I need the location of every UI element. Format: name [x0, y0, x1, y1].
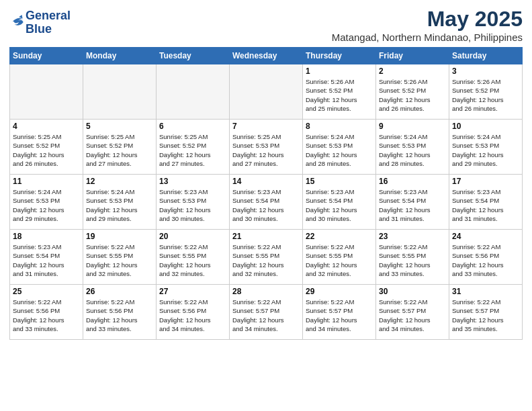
day-cell: 21Sunrise: 5:22 AM Sunset: 5:55 PM Dayli… [230, 230, 303, 285]
day-number: 31 [452, 287, 519, 296]
day-number: 21 [232, 232, 300, 241]
day-info: Sunrise: 5:25 AM Sunset: 5:52 PM Dayligh… [159, 132, 226, 168]
day-cell: 7Sunrise: 5:25 AM Sunset: 5:53 PM Daylig… [230, 120, 303, 175]
day-info: Sunrise: 5:22 AM Sunset: 5:57 PM Dayligh… [379, 298, 446, 333]
day-cell: 4Sunrise: 5:25 AM Sunset: 5:52 PM Daylig… [10, 120, 83, 175]
day-info: Sunrise: 5:22 AM Sunset: 5:55 PM Dayligh… [306, 242, 373, 278]
day-header-friday: Friday [376, 48, 449, 64]
day-number: 5 [86, 122, 153, 131]
day-cell: 3Sunrise: 5:26 AM Sunset: 5:52 PM Daylig… [449, 64, 523, 120]
day-info: Sunrise: 5:25 AM Sunset: 5:52 PM Dayligh… [86, 132, 153, 168]
day-info: Sunrise: 5:26 AM Sunset: 5:52 PM Dayligh… [379, 77, 446, 113]
day-number: 8 [306, 122, 373, 131]
day-number: 19 [86, 232, 153, 241]
day-cell: 13Sunrise: 5:23 AM Sunset: 5:53 PM Dayli… [157, 175, 230, 230]
day-cell: 14Sunrise: 5:23 AM Sunset: 5:54 PM Dayli… [230, 175, 303, 230]
title-area: May 2025 Matangad, Northern Mindanao, Ph… [332, 7, 523, 43]
logo-text: General Blue [26, 9, 71, 36]
day-info: Sunrise: 5:22 AM Sunset: 5:56 PM Dayligh… [86, 298, 153, 333]
day-cell [230, 64, 303, 120]
day-number: 28 [232, 287, 300, 296]
day-info: Sunrise: 5:22 AM Sunset: 5:56 PM Dayligh… [452, 242, 519, 278]
day-number: 25 [13, 287, 80, 296]
day-cell: 29Sunrise: 5:22 AM Sunset: 5:57 PM Dayli… [303, 285, 376, 340]
day-header-monday: Monday [83, 48, 157, 64]
day-cell [83, 64, 157, 120]
day-cell: 5Sunrise: 5:25 AM Sunset: 5:52 PM Daylig… [83, 120, 157, 175]
day-number: 3 [452, 66, 519, 76]
day-number: 13 [159, 177, 226, 186]
day-number: 26 [86, 287, 153, 296]
week-row-4: 18Sunrise: 5:23 AM Sunset: 5:54 PM Dayli… [10, 230, 523, 285]
day-header-wednesday: Wednesday [230, 48, 303, 64]
day-number: 30 [379, 287, 446, 296]
week-row-3: 11Sunrise: 5:24 AM Sunset: 5:53 PM Dayli… [10, 175, 523, 230]
day-cell: 24Sunrise: 5:22 AM Sunset: 5:56 PM Dayli… [449, 230, 523, 285]
day-header-saturday: Saturday [449, 48, 523, 64]
day-cell: 19Sunrise: 5:22 AM Sunset: 5:55 PM Dayli… [83, 230, 157, 285]
day-cell: 18Sunrise: 5:23 AM Sunset: 5:54 PM Dayli… [10, 230, 83, 285]
day-info: Sunrise: 5:22 AM Sunset: 5:55 PM Dayligh… [379, 242, 446, 278]
day-cell: 17Sunrise: 5:23 AM Sunset: 5:54 PM Dayli… [449, 175, 523, 230]
day-number: 22 [306, 232, 373, 241]
header-row: SundayMondayTuesdayWednesdayThursdayFrid… [10, 48, 523, 64]
day-cell: 16Sunrise: 5:23 AM Sunset: 5:54 PM Dayli… [376, 175, 449, 230]
day-info: Sunrise: 5:26 AM Sunset: 5:52 PM Dayligh… [452, 77, 519, 113]
day-number: 11 [13, 177, 80, 186]
day-cell: 2Sunrise: 5:26 AM Sunset: 5:52 PM Daylig… [376, 64, 449, 120]
day-number: 1 [306, 66, 373, 76]
calendar-body: 1Sunrise: 5:26 AM Sunset: 5:52 PM Daylig… [10, 64, 523, 340]
day-number: 7 [232, 122, 300, 131]
day-number: 4 [13, 122, 80, 131]
main-title: May 2025 [332, 7, 523, 32]
week-row-1: 1Sunrise: 5:26 AM Sunset: 5:52 PM Daylig… [10, 64, 523, 120]
day-number: 20 [159, 232, 226, 241]
day-info: Sunrise: 5:24 AM Sunset: 5:53 PM Dayligh… [86, 187, 153, 223]
day-number: 24 [452, 232, 519, 241]
day-header-sunday: Sunday [10, 48, 83, 64]
day-cell: 30Sunrise: 5:22 AM Sunset: 5:57 PM Dayli… [376, 285, 449, 340]
day-cell: 6Sunrise: 5:25 AM Sunset: 5:52 PM Daylig… [157, 120, 230, 175]
day-info: Sunrise: 5:22 AM Sunset: 5:55 PM Dayligh… [86, 242, 153, 278]
day-cell: 26Sunrise: 5:22 AM Sunset: 5:56 PM Dayli… [83, 285, 157, 340]
logo-icon [11, 14, 26, 29]
day-info: Sunrise: 5:24 AM Sunset: 5:53 PM Dayligh… [452, 132, 519, 168]
day-number: 29 [306, 287, 373, 296]
day-info: Sunrise: 5:22 AM Sunset: 5:57 PM Dayligh… [232, 298, 300, 333]
day-info: Sunrise: 5:23 AM Sunset: 5:54 PM Dayligh… [232, 187, 300, 223]
day-cell: 25Sunrise: 5:22 AM Sunset: 5:56 PM Dayli… [10, 285, 83, 340]
day-info: Sunrise: 5:22 AM Sunset: 5:55 PM Dayligh… [232, 242, 300, 278]
day-info: Sunrise: 5:22 AM Sunset: 5:56 PM Dayligh… [159, 298, 226, 333]
week-row-5: 25Sunrise: 5:22 AM Sunset: 5:56 PM Dayli… [10, 285, 523, 340]
day-info: Sunrise: 5:25 AM Sunset: 5:52 PM Dayligh… [13, 132, 80, 168]
day-number: 17 [452, 177, 519, 186]
calendar-table: SundayMondayTuesdayWednesdayThursdayFrid… [9, 47, 523, 340]
day-cell: 9Sunrise: 5:24 AM Sunset: 5:53 PM Daylig… [376, 120, 449, 175]
day-info: Sunrise: 5:22 AM Sunset: 5:55 PM Dayligh… [159, 242, 226, 278]
day-number: 6 [159, 122, 226, 131]
day-cell: 27Sunrise: 5:22 AM Sunset: 5:56 PM Dayli… [157, 285, 230, 340]
day-cell: 10Sunrise: 5:24 AM Sunset: 5:53 PM Dayli… [449, 120, 523, 175]
day-info: Sunrise: 5:23 AM Sunset: 5:54 PM Dayligh… [379, 187, 446, 223]
day-info: Sunrise: 5:23 AM Sunset: 5:54 PM Dayligh… [13, 242, 80, 278]
day-cell: 22Sunrise: 5:22 AM Sunset: 5:55 PM Dayli… [303, 230, 376, 285]
day-number: 18 [13, 232, 80, 241]
week-row-2: 4Sunrise: 5:25 AM Sunset: 5:52 PM Daylig… [10, 120, 523, 175]
day-info: Sunrise: 5:24 AM Sunset: 5:53 PM Dayligh… [13, 187, 80, 223]
day-cell: 15Sunrise: 5:23 AM Sunset: 5:54 PM Dayli… [303, 175, 376, 230]
header: General Blue May 2025 Matangad, Northern… [9, 7, 523, 43]
day-info: Sunrise: 5:22 AM Sunset: 5:57 PM Dayligh… [452, 298, 519, 333]
day-cell: 12Sunrise: 5:24 AM Sunset: 5:53 PM Dayli… [83, 175, 157, 230]
day-number: 27 [159, 287, 226, 296]
day-cell [10, 64, 83, 120]
day-cell: 1Sunrise: 5:26 AM Sunset: 5:52 PM Daylig… [303, 64, 376, 120]
day-header-thursday: Thursday [303, 48, 376, 64]
day-cell: 23Sunrise: 5:22 AM Sunset: 5:55 PM Dayli… [376, 230, 449, 285]
day-header-tuesday: Tuesday [157, 48, 230, 64]
page-container: General Blue May 2025 Matangad, Northern… [0, 0, 532, 347]
day-number: 2 [379, 66, 446, 76]
day-number: 16 [379, 177, 446, 186]
day-cell: 8Sunrise: 5:24 AM Sunset: 5:53 PM Daylig… [303, 120, 376, 175]
day-info: Sunrise: 5:23 AM Sunset: 5:54 PM Dayligh… [452, 187, 519, 223]
day-cell: 31Sunrise: 5:22 AM Sunset: 5:57 PM Dayli… [449, 285, 523, 340]
